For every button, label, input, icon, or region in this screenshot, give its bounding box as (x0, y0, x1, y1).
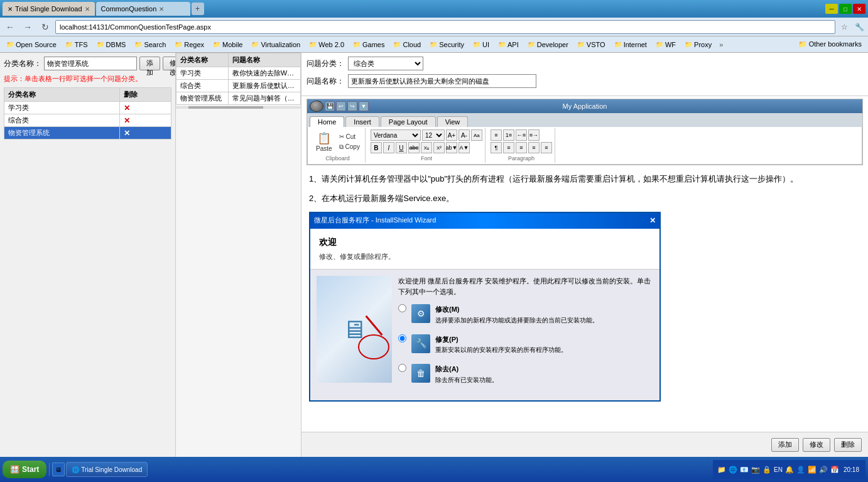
bookmark-cloud[interactable]: 📁 Cloud (389, 40, 425, 50)
tab-trial[interactable]: ✕ Trial Single Download ✕ (3, 2, 95, 16)
numbering-btn[interactable]: 1≡ (503, 129, 514, 141)
taskbar-show-desktop[interactable]: 🖥 (52, 463, 65, 476)
tray-icon-4[interactable]: 🔒 (762, 464, 772, 474)
bookmark-api[interactable]: 📁 API (494, 40, 523, 50)
forward-button[interactable]: → (20, 20, 35, 34)
tray-icon-9[interactable]: 📅 (830, 464, 840, 474)
clear-format-btn[interactable]: Aa (471, 129, 482, 141)
address-bar[interactable] (55, 20, 835, 34)
tray-icon-1[interactable]: 🌐 (728, 464, 738, 474)
bookmark-games[interactable]: 📁 Games (349, 40, 388, 50)
align-center-btn[interactable]: ≡ (516, 142, 527, 153)
delete-icon[interactable]: ✕ (124, 116, 130, 125)
bookmark-proxy[interactable]: 📁 Proxy (681, 40, 715, 50)
tray-icon-6[interactable]: 👤 (796, 464, 806, 474)
bookmark-ui[interactable]: 📁 UI (469, 40, 493, 50)
copy-button[interactable]: ⧉ Copy (337, 142, 362, 152)
font-grow-btn[interactable]: A+ (446, 129, 457, 141)
bookmark-virtualization[interactable]: 📁 Virtualization (247, 40, 304, 50)
paste-button[interactable]: 📋 Paste (313, 129, 335, 154)
bookmark-open-source[interactable]: 📁 Open Source (3, 40, 60, 50)
bookmarks-more-button[interactable]: » (717, 40, 725, 50)
radio-modify[interactable] (398, 304, 406, 312)
tray-icon-8[interactable]: 🔊 (818, 464, 828, 474)
justify-btn[interactable]: ≡ (541, 142, 552, 153)
tab-common[interactable]: CommonQuestion ✕ (96, 2, 190, 16)
bookmark-star-icon[interactable]: ☆ (838, 20, 850, 34)
ribbon-tab-home[interactable]: Home (310, 116, 344, 127)
bookmark-mobile[interactable]: 📁 Mobile (209, 40, 246, 50)
maximize-button[interactable]: □ (839, 4, 852, 14)
align-left-btn[interactable]: ≡ (503, 142, 514, 153)
font-size-select[interactable]: 12 (422, 129, 445, 141)
ribbon-tab-view[interactable]: View (437, 116, 469, 127)
tab-close-trial[interactable]: ✕ (85, 6, 90, 13)
tab-close-common[interactable]: ✕ (159, 6, 164, 13)
table-row[interactable]: 学习类 ✕ (4, 102, 171, 114)
language-indicator[interactable]: EN (773, 464, 783, 474)
other-bookmarks-button[interactable]: 📁 Other bookmarks (795, 39, 865, 50)
bold-button[interactable]: B (371, 142, 382, 153)
mid-table-row[interactable]: 物资管理系统 常见问题与解答（物资管 (176, 92, 301, 105)
delete-button[interactable]: 删除 (834, 438, 862, 452)
category-input[interactable] (44, 57, 137, 70)
mid-table-row[interactable]: 综合类 更新服务后使默认路径去 (176, 80, 301, 92)
bookmark-tfs[interactable]: 📁 TFS (62, 40, 92, 50)
refresh-button[interactable]: ↻ (38, 20, 53, 34)
q-category-select[interactable]: 综合类 学习类 物资管理系统 (348, 57, 423, 70)
radio-remove[interactable] (398, 364, 406, 372)
cat-delete-cell[interactable]: ✕ (120, 127, 171, 140)
modify-category-button[interactable]: 修改 (163, 57, 176, 70)
bullets-btn[interactable]: ≡ (491, 129, 502, 141)
tray-icon-2[interactable]: 📧 (739, 464, 749, 474)
tray-icon-3[interactable]: 📷 (751, 464, 761, 474)
bookmark-security[interactable]: 📁 Security (426, 40, 468, 50)
superscript-btn[interactable]: X² (433, 142, 445, 153)
tools-icon[interactable]: 🔧 (853, 20, 865, 34)
increase-indent-btn[interactable]: ≡→ (528, 129, 540, 141)
bookmark-regex[interactable]: 📁 Regex (171, 40, 208, 50)
strikethrough-btn[interactable]: abc (408, 142, 420, 153)
mid-scroll-thumb[interactable] (188, 106, 263, 109)
bookmark-wf[interactable]: 📁 WF (652, 40, 680, 50)
bookmark-web20[interactable]: 📁 Web 2.0 (305, 40, 348, 50)
cat-delete-cell[interactable]: ✕ (120, 102, 171, 114)
close-button[interactable]: ✕ (853, 4, 865, 14)
pilcrow-btn[interactable]: ¶ (491, 142, 502, 153)
delete-icon[interactable]: ✕ (124, 129, 130, 138)
tray-icon-0[interactable]: 📁 (717, 464, 727, 474)
cut-button[interactable]: ✂ Cut (337, 132, 362, 141)
quick-dropdown-icon[interactable]: ▼ (359, 101, 369, 111)
ribbon-tab-insert[interactable]: Insert (345, 116, 379, 127)
quick-redo-icon[interactable]: ↪ (347, 101, 357, 111)
align-right-btn[interactable]: ≡ (528, 142, 540, 153)
quick-undo-icon[interactable]: ↩ (336, 101, 346, 111)
delete-icon[interactable]: ✕ (124, 104, 130, 112)
q-name-input[interactable] (348, 74, 536, 88)
table-row-selected[interactable]: 物资管理系统 ✕ (4, 127, 171, 140)
modify-button[interactable]: 修改 (803, 438, 830, 452)
start-button[interactable]: 🪟 Start (3, 461, 46, 478)
mid-table-row[interactable]: 学习类 教你快速的去除Word20 (176, 67, 301, 80)
bookmark-vsto[interactable]: 📁 VSTO (573, 40, 609, 50)
decrease-indent-btn[interactable]: ←≡ (516, 129, 527, 141)
ribbon-tab-page-layout[interactable]: Page Layout (381, 116, 436, 127)
back-button[interactable]: ← (3, 20, 18, 34)
radio-repair[interactable] (398, 334, 406, 342)
table-row[interactable]: 综合类 ✕ (4, 114, 171, 127)
font-shrink-btn[interactable]: A- (458, 129, 470, 141)
tray-icon-5[interactable]: 🔔 (784, 464, 795, 474)
minimize-button[interactable]: ─ (825, 4, 838, 14)
bookmark-developer[interactable]: 📁 Developer (524, 40, 572, 50)
bookmark-internet[interactable]: 📁 Internet (610, 40, 651, 50)
cat-delete-cell[interactable]: ✕ (120, 114, 171, 127)
italic-button[interactable]: I (383, 142, 394, 153)
quick-save-icon[interactable]: 💾 (325, 101, 335, 111)
ribbon-office-button[interactable] (310, 101, 323, 112)
add-category-button[interactable]: 添加 (139, 57, 160, 70)
new-tab-button[interactable]: + (192, 3, 204, 15)
bookmark-dbms[interactable]: 📁 DBMS (93, 40, 130, 50)
subscript-btn[interactable]: X₂ (421, 142, 432, 153)
add-button[interactable]: 添加 (771, 438, 799, 452)
font-name-select[interactable]: Verdana (371, 129, 421, 141)
